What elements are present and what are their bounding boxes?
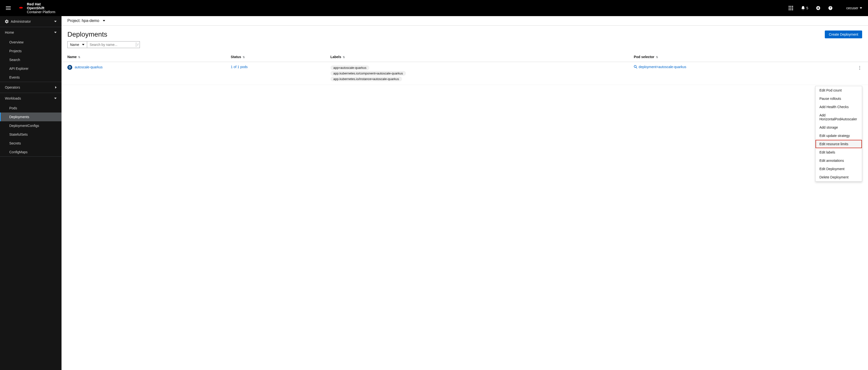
svg-rect-4 bbox=[789, 7, 789, 8]
brand-line1: Red Hat bbox=[27, 2, 55, 6]
user-menu[interactable]: cecuser bbox=[846, 6, 862, 10]
brand-line3: Container Platform bbox=[27, 10, 55, 14]
svg-text:?: ? bbox=[830, 6, 831, 10]
header-icons: 5 ? cecuser bbox=[789, 6, 862, 10]
brand-line2: OpenShift bbox=[27, 6, 55, 10]
apps-icon[interactable] bbox=[789, 6, 793, 10]
chevron-down-icon bbox=[860, 7, 862, 9]
svg-rect-1 bbox=[789, 6, 789, 7]
hamburger-menu[interactable] bbox=[6, 6, 11, 10]
top-header: Red Hat OpenShift Container Platform 5 ?… bbox=[0, 0, 868, 16]
brand: Red Hat OpenShift Container Platform bbox=[18, 2, 55, 14]
svg-rect-3 bbox=[792, 6, 793, 7]
redhat-logo-icon bbox=[18, 6, 24, 10]
svg-rect-2 bbox=[790, 6, 792, 7]
svg-rect-6 bbox=[792, 7, 793, 8]
svg-rect-8 bbox=[790, 9, 792, 10]
svg-rect-9 bbox=[792, 9, 793, 10]
user-name: cecuser bbox=[846, 6, 858, 10]
svg-rect-7 bbox=[789, 9, 789, 10]
svg-rect-5 bbox=[790, 7, 792, 8]
notifications-icon[interactable]: 5 bbox=[801, 6, 808, 10]
notifications-count: 5 bbox=[806, 6, 808, 10]
add-icon[interactable] bbox=[816, 6, 820, 10]
help-icon[interactable]: ? bbox=[828, 6, 833, 10]
